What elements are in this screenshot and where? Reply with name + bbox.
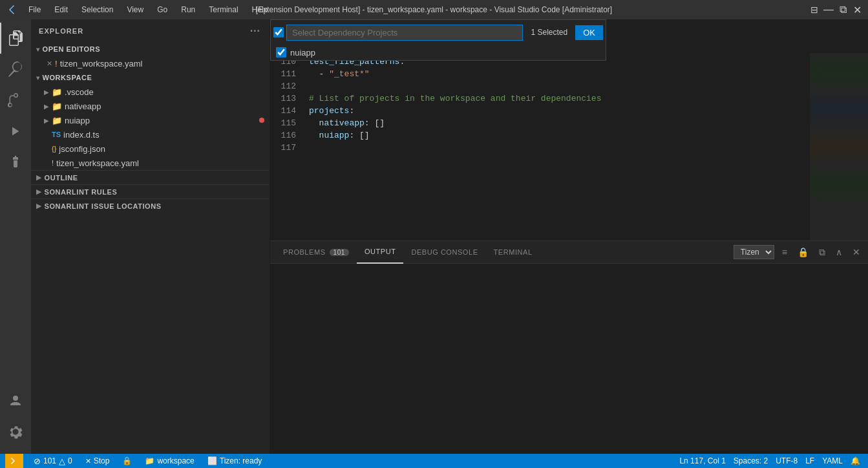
- minimize-button[interactable]: —: [824, 5, 833, 14]
- title-bar: File Edit Selection View Go Run Terminal…: [0, 0, 868, 19]
- panel-body[interactable]: [270, 264, 868, 454]
- tree-item-index[interactable]: TS index.d.ts: [31, 127, 270, 142]
- warning-number: 0: [68, 456, 72, 465]
- code-editor[interactable]: 110 111 112 113 114 115 116 117 test_fil…: [270, 53, 868, 240]
- error-icon: ⊘: [34, 456, 41, 466]
- encoding-indicator[interactable]: UTF-8: [773, 454, 800, 468]
- activity-explorer[interactable]: [0, 23, 31, 54]
- output-source-select[interactable]: Tizen: [734, 245, 774, 259]
- menu-file[interactable]: File: [23, 4, 46, 16]
- bell-icon: 🔔: [851, 456, 860, 465]
- warning-icon: △: [59, 456, 65, 466]
- folder-icon: 📁: [52, 101, 62, 111]
- menu-run[interactable]: Run: [176, 4, 200, 16]
- tab-terminal-label: TERMINAL: [494, 248, 533, 256]
- json-file-icon: {}: [52, 145, 56, 153]
- activity-search[interactable]: [0, 54, 31, 85]
- new-file-icon[interactable]: ⋯: [248, 23, 262, 38]
- spaces-indicator[interactable]: Spaces: 2: [731, 454, 770, 468]
- dropdown-search-row: 1 Selected OK: [271, 20, 606, 45]
- main-layout: EXPLORER ⋯ ▾ OPEN EDITORS ✕ ! tizen_work…: [0, 19, 868, 454]
- cursor-position[interactable]: Ln 117, Col 1: [677, 454, 728, 468]
- outline-section[interactable]: ▶ OUTLINE: [31, 170, 270, 184]
- workspace-label: WORKSPACE: [43, 74, 92, 81]
- close-panel-icon[interactable]: ✕: [850, 246, 863, 259]
- eol-indicator[interactable]: LF: [803, 454, 817, 468]
- code-line-116: nuiapp: []: [309, 129, 810, 142]
- menu-terminal[interactable]: Terminal: [204, 4, 243, 16]
- stop-button[interactable]: ✕ Stop: [83, 454, 112, 468]
- menu-go[interactable]: Go: [152, 4, 173, 16]
- tizen-label: Tizen: ready: [220, 456, 262, 465]
- window-controls: ⊟ — ⧉ ✕: [810, 5, 862, 14]
- panel: PROBLEMS 101 OUTPUT DEBUG CONSOLE TERMIN…: [270, 240, 868, 454]
- list-icon[interactable]: ≡: [779, 246, 790, 259]
- workspace-status[interactable]: 📁 workspace: [142, 454, 196, 468]
- menu-edit[interactable]: Edit: [49, 4, 73, 16]
- dropdown-all-checkbox[interactable]: [273, 27, 284, 37]
- code-line-114: projects:: [309, 105, 810, 117]
- chevron-down-icon: ▾: [36, 74, 40, 81]
- dropdown-item-nuiapp[interactable]: nuiapp: [271, 45, 606, 60]
- sidebar: EXPLORER ⋯ ▾ OPEN EDITORS ✕ ! tizen_work…: [31, 19, 270, 454]
- warning-icon: !: [55, 59, 58, 69]
- close-button[interactable]: ✕: [852, 5, 862, 14]
- activity-account[interactable]: [0, 385, 31, 416]
- activity-bar-bottom: [0, 385, 31, 454]
- nuiapp-label: nuiapp: [290, 48, 315, 58]
- tree-item-jsconfig[interactable]: {} jsconfig.json: [31, 142, 270, 156]
- file-label: index.d.ts: [63, 130, 100, 140]
- minimap: [810, 53, 868, 240]
- language-indicator[interactable]: YAML: [820, 454, 845, 468]
- position-label: Ln 117, Col 1: [679, 456, 725, 465]
- activity-source-control[interactable]: [0, 85, 31, 116]
- nuiapp-checkbox[interactable]: [276, 47, 286, 58]
- copy-icon[interactable]: ⧉: [816, 246, 828, 259]
- dev-host-indicator[interactable]: [5, 454, 23, 468]
- code-line-113: # List of projects in the workspace and …: [309, 92, 810, 105]
- activity-run[interactable]: [0, 116, 31, 147]
- language-label: YAML: [822, 456, 843, 465]
- panel-actions: Tizen ≡ 🔒 ⧉ ∧ ✕: [734, 245, 863, 259]
- code-line-117: [309, 142, 810, 154]
- error-count[interactable]: ⊘ 101 △ 0: [31, 454, 75, 468]
- folder-icon: 📁: [145, 456, 154, 465]
- workspace-label: workspace: [157, 456, 194, 465]
- tree-item-nativeapp[interactable]: ▶ 📁 nativeapp: [31, 99, 270, 113]
- menu-selection[interactable]: Selection: [76, 4, 118, 16]
- code-content[interactable]: test_file_patterns: - "_test*" # List of…: [302, 53, 810, 240]
- tizen-icon: ⬜: [207, 456, 217, 465]
- tab-output[interactable]: OUTPUT: [357, 241, 404, 264]
- dropdown-ok-button[interactable]: OK: [575, 25, 603, 40]
- file-label: jsconfig.json: [59, 144, 105, 154]
- tree-item-tizen-yaml[interactable]: ! tizen_workspace.yaml: [31, 156, 270, 170]
- lock-icon[interactable]: 🔒: [795, 246, 811, 259]
- layout-icon[interactable]: ⊟: [810, 5, 819, 14]
- maximize-icon[interactable]: ∧: [833, 246, 845, 259]
- activity-settings[interactable]: [0, 416, 31, 447]
- eol-label: LF: [805, 456, 814, 465]
- chevron-right-icon: ▶: [44, 117, 49, 124]
- sonarlint-rules-section[interactable]: ▶ SONARLINT RULES: [31, 184, 270, 198]
- tab-debug-console[interactable]: DEBUG CONSOLE: [403, 241, 485, 264]
- status-bar: ⊘ 101 △ 0 ✕ Stop 🔒 📁 workspace ⬜ Tizen: …: [0, 454, 868, 468]
- menu-view[interactable]: View: [122, 4, 149, 16]
- tree-item-nuiapp[interactable]: ▶ 📁 nuiapp: [31, 113, 270, 127]
- tree-item-vscode[interactable]: ▶ 📁 .vscode: [31, 85, 270, 99]
- error-number: 101: [43, 456, 56, 465]
- tab-problems[interactable]: PROBLEMS 101: [275, 241, 357, 264]
- stop-label: Stop: [94, 456, 110, 465]
- panel-tabs: PROBLEMS 101 OUTPUT DEBUG CONSOLE TERMIN…: [270, 241, 868, 264]
- notifications-bell[interactable]: 🔔: [848, 454, 863, 468]
- dropdown-search-input[interactable]: [286, 25, 523, 41]
- activity-extensions[interactable]: [0, 147, 31, 178]
- lock-status[interactable]: 🔒: [120, 454, 134, 468]
- workspace-section[interactable]: ▾ WORKSPACE: [31, 70, 270, 85]
- open-editors-section[interactable]: ▾ OPEN EDITORS: [31, 42, 270, 56]
- restore-button[interactable]: ⧉: [838, 5, 847, 14]
- sonarlint-issues-section[interactable]: ▶ SONARLINT ISSUE LOCATIONS: [31, 198, 270, 213]
- close-icon[interactable]: ✕: [47, 59, 52, 68]
- open-editor-item-yaml[interactable]: ✕ ! tizen_workspace.yaml: [31, 56, 270, 70]
- tizen-status[interactable]: ⬜ Tizen: ready: [205, 454, 265, 468]
- tab-terminal[interactable]: TERMINAL: [486, 241, 540, 264]
